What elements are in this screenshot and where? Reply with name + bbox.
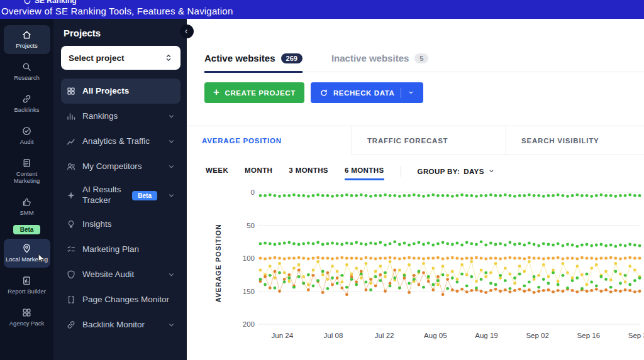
sidebar-item-agency-pack[interactable]: Agency Pack: [4, 303, 50, 332]
menu-item-insights[interactable]: Insights: [61, 212, 180, 237]
brand-logo: SE Ranking: [24, 0, 77, 5]
mouse-cursor-icon: [36, 253, 47, 265]
line-chart-icon: [66, 136, 76, 146]
menu-item-analytics-traffic[interactable]: Analytics & Traffic: [61, 129, 180, 154]
svg-text:Sep 30: Sep 30: [628, 332, 644, 339]
menu-item-ai-results-tracker[interactable]: AI Results Tracker Beta: [61, 179, 180, 212]
chevron-down-icon: [167, 163, 175, 171]
collapse-panel-button[interactable]: ‹: [180, 25, 194, 38]
primary-sidebar: Projects Research Backlinks Audit Conten…: [0, 19, 53, 360]
tab-label: Inactive websites: [331, 53, 409, 63]
chart-canvas: 050100150200Jun 24Jul 08Jul 22Aug 05Aug …: [232, 183, 644, 344]
home-icon: [21, 30, 32, 40]
range-week[interactable]: WEEK: [206, 166, 228, 180]
group-by-dropdown[interactable]: GROUP BY: DAYS: [418, 168, 495, 180]
menu-item-label: Analytics & Traffic: [82, 136, 150, 147]
range-6-months[interactable]: 6 MONTHS: [345, 166, 384, 180]
svg-text:200: 200: [243, 320, 255, 328]
refresh-icon: [319, 89, 328, 97]
sidebar-item-backlinks[interactable]: Backlinks: [4, 89, 50, 118]
group-by-label: GROUP BY:: [418, 168, 460, 175]
menu-item-my-competitors[interactable]: My Competitors: [61, 154, 180, 179]
average-position-chart[interactable]: AVERAGE POSITION 050100150200Jun 24Jul 0…: [187, 183, 644, 344]
menu-item-label: Marketing Plan: [82, 244, 139, 255]
svg-text:Jun 24: Jun 24: [272, 332, 294, 339]
menu-item-all-projects[interactable]: All Projects: [61, 79, 180, 104]
range-3-months[interactable]: 3 MONTHS: [289, 166, 328, 180]
sidebar-item-smm[interactable]: SMM: [4, 192, 50, 221]
recheck-data-label: RECHECK DATA: [333, 89, 395, 97]
banner-title: Overview of SE Ranking Tools, Features &…: [1, 6, 233, 16]
menu-item-label: Backlink Monitor: [82, 320, 145, 330]
tab-active-websites[interactable]: Active websites 269: [204, 53, 303, 72]
range-row: WEEK MONTH 3 MONTHS 6 MONTHS GROUP BY: D…: [206, 166, 644, 181]
panel-title: Projects: [64, 28, 180, 38]
active-count-badge: 269: [281, 53, 303, 63]
link-icon: [21, 94, 32, 104]
sparkle-icon: [66, 190, 76, 200]
tab-inactive-websites[interactable]: Inactive websites 5: [331, 53, 429, 72]
menu-item-label: AI Results Tracker: [82, 185, 126, 206]
create-project-label: CREATE PROJECT: [225, 89, 296, 97]
tab-average-position[interactable]: AVERAGE POSITION: [187, 126, 352, 155]
svg-text:Aug 05: Aug 05: [424, 332, 447, 339]
group-by-value: DAYS: [464, 168, 484, 175]
button-divider: [401, 88, 401, 98]
y-axis-label: AVERAGE POSITION: [214, 216, 222, 310]
range-divider: [401, 166, 401, 177]
sidebar-item-research[interactable]: Research: [4, 57, 50, 86]
svg-text:Sep 02: Sep 02: [526, 332, 548, 339]
tab-search-visibility[interactable]: SEARCH VISIBILITY: [506, 126, 644, 155]
chevron-down-icon: [167, 138, 175, 146]
brand-name: SE Ranking: [35, 0, 77, 5]
menu-item-backlink-monitor[interactable]: Backlink Monitor: [61, 312, 180, 337]
tab-traffic-forecast[interactable]: TRAFFIC FORECAST: [352, 126, 506, 155]
collapse-chevron-icon: ‹: [185, 26, 188, 35]
sidebar-item-projects[interactable]: Projects: [4, 25, 50, 54]
sidebar-item-label: Research: [14, 75, 40, 82]
website-tabs: Active websites 269 Inactive websites 5: [204, 53, 644, 72]
menu-item-marketing-plan[interactable]: Marketing Plan: [61, 237, 180, 262]
range-month[interactable]: MONTH: [245, 166, 272, 180]
link-icon: [66, 320, 76, 330]
svg-text:Aug 19: Aug 19: [475, 332, 497, 339]
location-pin-icon: [21, 243, 32, 254]
svg-text:100: 100: [243, 254, 255, 262]
menu-item-rankings[interactable]: Rankings: [61, 104, 180, 129]
actions-row: + CREATE PROJECT RECHECK DATA: [204, 82, 644, 103]
document-icon: [21, 158, 32, 168]
svg-text:Jul 22: Jul 22: [375, 332, 394, 339]
menu-item-label: All Projects: [82, 86, 129, 97]
create-project-button[interactable]: + CREATE PROJECT: [204, 82, 304, 103]
smm-beta-badge: Beta: [13, 225, 41, 234]
recheck-data-button[interactable]: RECHECK DATA: [311, 82, 424, 103]
svg-text:0: 0: [251, 188, 255, 196]
sidebar-item-report-builder[interactable]: Report Builder: [4, 271, 50, 300]
top-banner: SE Ranking Overview of SE Ranking Tools,…: [0, 0, 644, 19]
sidebar-item-label: Projects: [16, 43, 37, 50]
sidebar-item-local-marketing[interactable]: Local Marketing: [4, 239, 50, 268]
sidebar-item-label: Backlinks: [14, 107, 39, 114]
svg-text:50: 50: [247, 222, 255, 229]
search-icon: [21, 62, 32, 72]
project-select-value: Select project: [69, 53, 125, 63]
menu-item-page-changes-monitor[interactable]: Page Changes Monitor: [61, 287, 180, 312]
lightbulb-icon: [66, 219, 76, 229]
grid-icon: [21, 307, 32, 318]
chevron-down-icon: [408, 89, 414, 96]
shield-icon: [66, 270, 76, 280]
sidebar-item-label: Agency Pack: [9, 320, 44, 327]
sidebar-item-audit[interactable]: Audit: [4, 121, 50, 150]
menu-item-website-audit[interactable]: Website Audit: [61, 262, 180, 287]
sidebar-item-content-marketing[interactable]: Content Marketing: [4, 153, 50, 189]
brand-swirl-icon: [24, 0, 31, 4]
menu-item-label: Website Audit: [82, 270, 134, 280]
checklist-icon: [66, 244, 76, 254]
svg-text:Jul 08: Jul 08: [324, 332, 343, 339]
metric-tabs: AVERAGE POSITION TRAFFIC FORECAST SEARCH…: [187, 126, 644, 155]
chevron-down-icon: [167, 192, 175, 200]
users-icon: [66, 161, 76, 172]
project-select[interactable]: Select project: [61, 46, 180, 70]
sidebar-item-label: Content Marketing: [5, 171, 49, 185]
sidebar-item-label: Report Builder: [8, 288, 46, 295]
